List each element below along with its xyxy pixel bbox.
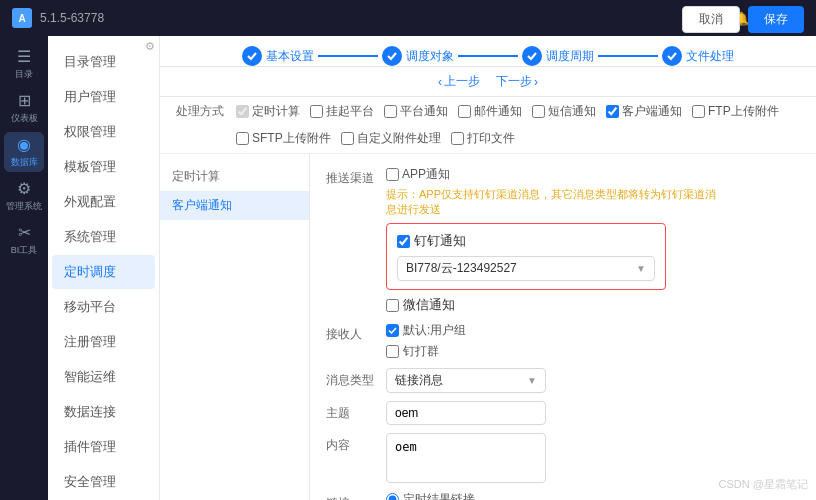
prev-step-button[interactable]: ‹ 上一步 <box>438 73 480 90</box>
sidebar-item-ai-ops[interactable]: 智能运维 <box>52 360 155 394</box>
stepper-nav: ‹ 上一步 下一步 › <box>160 67 816 96</box>
link-option1-label: 定时结果链接 <box>403 491 475 500</box>
processing-checkbox-custom[interactable] <box>341 132 354 145</box>
sidebar-item-appearance[interactable]: 外观配置 <box>52 185 155 219</box>
sidebar-item-users[interactable]: 用户管理 <box>52 80 155 114</box>
message-type-label: 消息类型 <box>326 372 386 389</box>
app-notify-input[interactable] <box>386 168 399 181</box>
sidebar-nav: ⚙ 目录管理 用户管理 权限管理 模板管理 外观配置 系统管理 定时调度 移动平… <box>48 36 160 500</box>
message-type-select[interactable]: 链接消息 ▼ <box>386 368 546 393</box>
next-step-button[interactable]: 下一步 › <box>496 73 538 90</box>
step-label-basic: 基本设置 <box>266 48 314 65</box>
list-icon: ☰ <box>17 47 31 66</box>
recipients-options: 默认:用户组 钉打群 <box>386 322 466 360</box>
wechat-checkbox[interactable] <box>386 299 399 312</box>
processing-checkbox-timer[interactable] <box>236 105 249 118</box>
sidebar-config-icon[interactable]: ⚙ <box>145 40 155 53</box>
content-textarea[interactable] <box>386 433 546 483</box>
processing-checkbox-suspend[interactable] <box>310 105 323 118</box>
sidebar-item-data-connect[interactable]: 数据连接 <box>52 395 155 429</box>
right-panel: 推送渠道 APP通知 提示：APP仅支持钉钉渠道消息，其它消息类型都将转为钉钉渠… <box>310 154 816 500</box>
sidebar-icon-label-list: 目录 <box>15 68 33 81</box>
settings-icon: ⚙ <box>17 179 31 198</box>
push-channel-row: 推送渠道 APP通知 提示：APP仅支持钉钉渠道消息，其它消息类型都将转为钉钉渠… <box>326 166 800 314</box>
processing-option-custom[interactable]: 自定义附件处理 <box>341 130 441 147</box>
processing-option-platform-notify[interactable]: 平台通知 <box>384 103 448 120</box>
app-notify-row: APP通知 <box>386 166 726 183</box>
app-logo: A <box>12 8 32 28</box>
cancel-button[interactable]: 取消 <box>682 6 740 33</box>
link-radio-schedule[interactable] <box>386 493 399 500</box>
sidebar-item-plugins[interactable]: 插件管理 <box>52 430 155 464</box>
sidebar-icon-label-settings: 管理系统 <box>6 200 42 213</box>
message-type-chevron-icon: ▼ <box>527 375 537 386</box>
subject-row: 主题 <box>326 401 800 425</box>
dingtalk-checkbox[interactable] <box>397 235 410 248</box>
processing-option-client-notify[interactable]: 客户端通知 <box>606 103 682 120</box>
processing-checkbox-ftp[interactable] <box>692 105 705 118</box>
step-circle-object <box>382 46 402 66</box>
stepper-container: 基本设置 调度对象 调度周期 <box>160 36 816 97</box>
tools-icon: ✂ <box>18 223 31 242</box>
processing-option-suspend[interactable]: 挂起平台 <box>310 103 374 120</box>
sidebar-icon-label-tools: BI工具 <box>11 244 38 257</box>
sidebar-item-security[interactable]: 安全管理 <box>52 465 155 499</box>
step-label-object: 调度对象 <box>406 48 454 65</box>
dingtalk-group-checkbox[interactable] <box>386 345 399 358</box>
link-option-schedule[interactable]: 定时结果链接 <box>386 491 475 500</box>
sidebar-icon-settings[interactable]: ⚙ 管理系统 <box>4 176 44 216</box>
recipients-label: 接收人 <box>326 322 386 343</box>
dingtalk-select[interactable]: BI778/云-123492527 ▼ <box>397 256 655 281</box>
stepper: 基本设置 调度对象 调度周期 <box>160 36 816 67</box>
processing-checkbox-client-notify[interactable] <box>606 105 619 118</box>
sidebar-icon-dashboard[interactable]: ⊞ 仪表板 <box>4 88 44 128</box>
step-cycle: 调度周期 <box>522 46 594 66</box>
left-panel-item-client-notify[interactable]: 客户端通知 <box>160 191 309 220</box>
sidebar-item-register[interactable]: 注册管理 <box>52 325 155 359</box>
processing-option-timer[interactable]: 定时计算 <box>236 103 300 120</box>
app-notify-checkbox[interactable]: APP通知 <box>386 166 450 183</box>
sidebar-item-catalog[interactable]: 目录管理 <box>52 45 155 79</box>
processing-checkbox-print[interactable] <box>451 132 464 145</box>
processing-option-sms[interactable]: 短信通知 <box>532 103 596 120</box>
push-channel-hint: 提示：APP仅支持钉钉渠道消息，其它消息类型都将转为钉钉渠道消息进行发送 <box>386 187 726 217</box>
red-box-dingtalk: 钉钉通知 BI778/云-123492527 ▼ <box>386 223 666 290</box>
link-radio-group: 定时结果链接 自定义链接 <box>386 491 475 500</box>
wechat-notify-row: 微信通知 <box>386 296 726 314</box>
dingtalk-group-row: 钉打群 <box>386 343 466 360</box>
processing-option-ftp[interactable]: FTP上传附件 <box>692 103 779 120</box>
left-panel: 定时计算 客户端通知 <box>160 154 310 500</box>
sidebar-item-permissions[interactable]: 权限管理 <box>52 115 155 149</box>
content-row: 内容 <box>326 433 800 483</box>
processing-checkbox-sms[interactable] <box>532 105 545 118</box>
dingtalk-label: 钉钉通知 <box>414 232 466 250</box>
message-type-row: 消息类型 链接消息 ▼ <box>326 368 800 393</box>
sidebar-item-system[interactable]: 系统管理 <box>52 220 155 254</box>
main-layout: ☰ 目录 ⊞ 仪表板 ◉ 数据库 ⚙ 管理系统 ✂ BI工具 ⚙ <box>0 36 816 500</box>
step-line-2 <box>458 55 518 57</box>
link-label: 链接 <box>326 491 386 500</box>
processing-checkbox-platform-notify[interactable] <box>384 105 397 118</box>
sidebar-item-schedule[interactable]: 定时调度 <box>52 255 155 289</box>
action-buttons: 取消 保存 <box>682 6 804 33</box>
save-button[interactable]: 保存 <box>748 6 804 33</box>
chevron-down-icon: ▼ <box>636 263 646 274</box>
processing-checkbox-email[interactable] <box>458 105 471 118</box>
processing-option-sftp[interactable]: SFTP上传附件 <box>236 130 331 147</box>
processing-option-email[interactable]: 邮件通知 <box>458 103 522 120</box>
sidebar-item-mobile[interactable]: 移动平台 <box>52 290 155 324</box>
sidebar-icon-data[interactable]: ◉ 数据库 <box>4 132 44 172</box>
subject-input[interactable] <box>386 401 546 425</box>
push-channel-label: 推送渠道 <box>326 166 386 187</box>
step-circle-file <box>662 46 682 66</box>
processing-row: 处理方式 定时计算 挂起平台 平台通知 邮件通知 <box>160 97 816 154</box>
content-label: 内容 <box>326 433 386 454</box>
step-line-1 <box>318 55 378 57</box>
sidebar-icon-list[interactable]: ☰ 目录 <box>4 44 44 84</box>
processing-label: 处理方式 <box>176 103 226 120</box>
sidebar-item-templates[interactable]: 模板管理 <box>52 150 155 184</box>
sidebar-icon-tools[interactable]: ✂ BI工具 <box>4 220 44 260</box>
processing-checkbox-sftp[interactable] <box>236 132 249 145</box>
sidebar-icon-label-data: 数据库 <box>11 156 38 169</box>
processing-option-print[interactable]: 打印文件 <box>451 130 515 147</box>
